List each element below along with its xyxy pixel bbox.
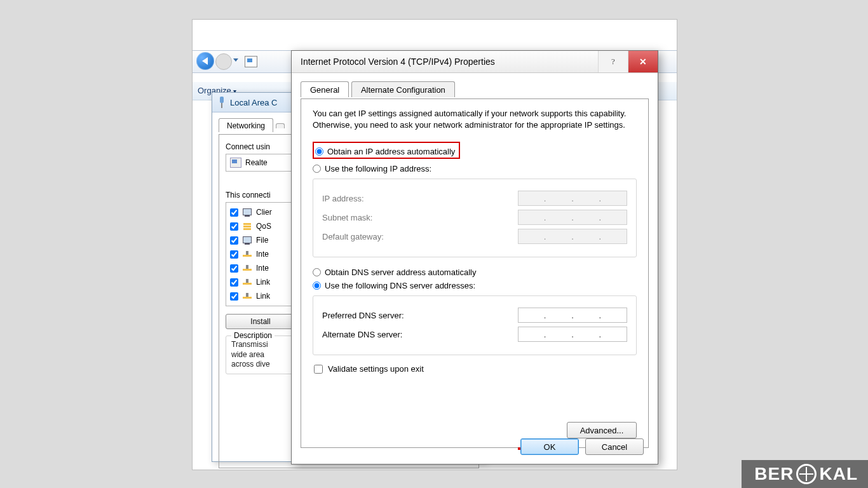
tab-alternate[interactable]: Alternate Configuration	[351, 81, 455, 97]
list-item-checkbox[interactable]	[230, 236, 238, 245]
advanced-button[interactable]: Advanced...	[567, 422, 637, 438]
list-item-checkbox[interactable]	[230, 278, 238, 287]
nav-forward-button[interactable]	[215, 53, 232, 70]
screenshot-canvas: Conn Organize Local Area C Networking Co…	[192, 19, 677, 470]
validate-checkbox[interactable]	[314, 365, 323, 374]
list-item-checkbox[interactable]	[230, 264, 238, 273]
network-adapter-icon	[245, 56, 257, 67]
ipv4-title: Internet Protocol Version 4 (TCP/IPv4) P…	[301, 57, 495, 67]
watermark-post: KAL	[819, 464, 858, 484]
watermark-pre: BER	[754, 464, 794, 484]
help-button[interactable]: ?	[598, 51, 628, 72]
field-pdns: Preferred DNS server: ...	[322, 308, 627, 323]
list-item-checkbox[interactable]	[230, 222, 238, 231]
radio-obtain-ip-label: Obtain an IP address automatically	[327, 147, 455, 156]
list-item-label: Inte	[256, 250, 269, 259]
highlight-annotation: Obtain an IP address automatically	[313, 142, 460, 159]
input-ip: ...	[518, 191, 627, 206]
tab-cutoff[interactable]	[276, 123, 285, 128]
ipv4-panel: You can get IP settings assigned automat…	[301, 98, 649, 448]
input-adns[interactable]: ...	[518, 327, 627, 342]
nav-back-button[interactable]	[196, 52, 214, 70]
device-name: Realte	[245, 158, 268, 167]
tab-networking[interactable]: Networking	[219, 118, 273, 132]
link-icon	[242, 292, 252, 301]
description-legend: Description	[231, 331, 275, 340]
list-item-label: Link	[256, 292, 270, 301]
label-gw: Default gateway:	[322, 232, 384, 241]
install-button[interactable]: Install	[226, 314, 295, 329]
input-pdns[interactable]: ...	[518, 308, 627, 323]
dialog-buttons: OK Cancel	[520, 438, 644, 455]
input-mask: ...	[518, 210, 627, 225]
radio-obtain-dns-input[interactable]	[313, 268, 321, 276]
list-item-label: File	[256, 236, 268, 245]
dns-fields-group: Preferred DNS server: ... Alternate DNS …	[313, 295, 637, 355]
radio-use-dns-label: Use the following DNS server addresses:	[325, 281, 475, 290]
link-icon	[242, 278, 252, 287]
list-item-label: QoS	[256, 222, 271, 231]
stack-icon	[242, 222, 252, 231]
radio-use-ip[interactable]: Use the following IP address:	[313, 164, 637, 173]
watermark: BER KAL	[742, 460, 868, 488]
radio-use-dns-input[interactable]	[313, 281, 321, 290]
input-gw: ...	[518, 229, 627, 244]
close-button[interactable]: ✕	[628, 51, 658, 72]
titlebar-buttons: ? ✕	[598, 51, 658, 72]
validate-label: Validate settings upon exit	[328, 364, 424, 374]
label-adns: Alternate DNS server:	[322, 330, 402, 339]
ipv4-tabstrip: General Alternate Configuration	[301, 81, 658, 98]
label-ip: IP address:	[322, 194, 364, 203]
ip-fields-group: IP address: ... Subnet mask: ... Default…	[313, 179, 637, 257]
intro-text: You can get IP settings assigned automat…	[313, 108, 637, 130]
radio-obtain-dns[interactable]: Obtain DNS server address automatically	[313, 268, 637, 277]
nav-history-dropdown-icon[interactable]	[233, 58, 238, 62]
radio-obtain-ip-input[interactable]	[315, 147, 323, 156]
watermark-globe-icon	[796, 464, 817, 484]
field-adns: Alternate DNS server: ...	[322, 327, 627, 342]
list-item-checkbox[interactable]	[230, 250, 238, 259]
label-pdns: Preferred DNS server:	[322, 311, 404, 320]
tab-general[interactable]: General	[301, 81, 349, 97]
list-item-checkbox[interactable]	[230, 208, 238, 217]
field-ip: IP address: ...	[322, 191, 627, 206]
cancel-button[interactable]: Cancel	[585, 438, 644, 455]
list-item-label: Link	[256, 278, 270, 287]
list-item-label: Clier	[256, 208, 272, 217]
field-mask: Subnet mask: ...	[322, 210, 627, 225]
ok-button[interactable]: OK	[520, 438, 579, 455]
pc-icon	[242, 236, 252, 245]
link-icon	[242, 250, 252, 259]
ipv4-properties-window: Internet Protocol Version 4 (TCP/IPv4) P…	[291, 50, 658, 464]
radio-use-dns[interactable]: Use the following DNS server addresses:	[313, 281, 637, 290]
nic-device-icon	[230, 158, 241, 168]
ipv4-titlebar: Internet Protocol Version 4 (TCP/IPv4) P…	[292, 51, 658, 73]
help-icon: ?	[611, 57, 615, 67]
radio-obtain-dns-label: Obtain DNS server address automatically	[325, 268, 476, 277]
field-gw: Default gateway: ...	[322, 229, 627, 244]
pc-icon	[242, 208, 252, 217]
close-icon: ✕	[639, 57, 647, 67]
radio-obtain-ip[interactable]: Obtain an IP address automatically	[315, 147, 455, 156]
radio-use-ip-input[interactable]	[313, 165, 321, 173]
radio-use-ip-label: Use the following IP address:	[325, 164, 431, 173]
local-area-title: Local Area C	[230, 98, 277, 107]
ethernet-cable-icon	[217, 97, 226, 108]
list-item-checkbox[interactable]	[230, 292, 238, 301]
list-item-label: Inte	[256, 264, 269, 273]
link-icon	[242, 264, 252, 273]
validate-checkbox-row[interactable]: Validate settings upon exit	[313, 364, 637, 374]
label-mask: Subnet mask:	[322, 213, 373, 222]
